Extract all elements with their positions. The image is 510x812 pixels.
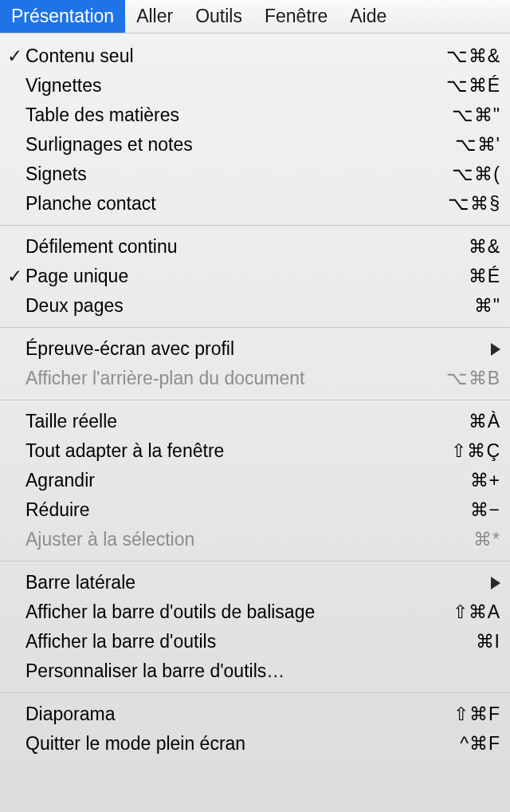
menu-item-label: Réduire: [22, 499, 461, 521]
menubar-label: Aller: [136, 6, 173, 27]
menu-item-reduire[interactable]: Réduire⌘−: [0, 495, 510, 525]
menubar-item-outils[interactable]: Outils: [184, 0, 253, 33]
menu-item-shortcut: ⇧⌘A: [443, 601, 500, 623]
menu-item-barre-laterale[interactable]: Barre latérale: [0, 568, 510, 597]
menubar: Présentation Aller Outils Fenêtre Aide: [0, 0, 510, 34]
menu-item-page-unique[interactable]: ✓Page unique⌘É: [0, 262, 510, 291]
menu-item-label: Tout adapter à la fenêtre: [22, 440, 441, 462]
menu-item-contenu-seul[interactable]: ✓Contenu seul⌥⌘&: [0, 41, 510, 71]
menu-item-shortcut: ⌘+: [461, 470, 500, 491]
menu-item-ajuster-a-la-selection: Ajuster à la sélection⌘*: [0, 525, 510, 554]
menu-item-shortcut: ⌥⌘(: [442, 164, 500, 185]
menu-item-label: Afficher la barre d'outils: [22, 631, 466, 652]
menu-item-shortcut: ⌥⌘B: [437, 368, 500, 389]
menu-separator: [0, 327, 510, 328]
menu-item-label: Agrandir: [22, 470, 461, 491]
menu-separator: [0, 225, 510, 226]
menu-item-label: Défilement continu: [22, 236, 459, 258]
menu-item-diaporama[interactable]: Diaporama⇧⌘F: [0, 700, 510, 729]
menu-item-tout-adapter-a-la-fenetre[interactable]: Tout adapter à la fenêtre⇧⌘Ç: [0, 436, 510, 466]
menubar-label: Présentation: [11, 6, 114, 27]
menu-item-shortcut: ^⌘F: [450, 733, 500, 755]
menu-item-afficher-la-barre-d-outils[interactable]: Afficher la barre d'outils⌘I: [0, 627, 510, 656]
checkmark-icon: ✓: [6, 266, 22, 287]
menubar-item-fenetre[interactable]: Fenêtre: [253, 0, 339, 33]
menu-item-label: Table des matières: [22, 104, 442, 126]
menu-item-defilement-continu[interactable]: Défilement continu⌘&: [0, 232, 510, 262]
menu-item-shortcut: ⌘&: [459, 236, 500, 258]
menu-item-signets[interactable]: Signets⌥⌘(: [0, 160, 510, 189]
menu-separator: [0, 692, 510, 693]
menu-item-agrandir[interactable]: Agrandir⌘+: [0, 466, 510, 495]
menu-separator: [0, 400, 510, 400]
menu-item-shortcut: ⌘À: [459, 411, 500, 432]
menu-item-label: Personnaliser la barre d'outils…: [22, 660, 500, 682]
menu-item-surlignages-et-notes[interactable]: Surlignages et notes⌥⌘': [0, 130, 510, 160]
menu-item-shortcut: ⌘": [465, 295, 500, 317]
menu-item-shortcut: ⌥⌘': [445, 134, 500, 156]
chevron-right-icon: [491, 343, 500, 356]
menu-item-label: Barre latérale: [22, 572, 491, 593]
menu-item-table-des-matieres[interactable]: Table des matières⌥⌘": [0, 101, 510, 130]
menu-separator: [0, 561, 510, 562]
menu-item-shortcut: ⌘−: [461, 499, 500, 521]
dropdown-menu: ✓Contenu seul⌥⌘&Vignettes⌥⌘ÉTable des ma…: [0, 34, 510, 760]
menu-item-shortcut: ⌘I: [466, 631, 500, 652]
menu-item-shortcut: ⇧⌘Ç: [441, 440, 500, 462]
menu-item-afficher-la-barre-d-outils-de-balisage[interactable]: Afficher la barre d'outils de balisage⇧⌘…: [0, 597, 510, 627]
menu-item-label: Deux pages: [22, 295, 465, 317]
menu-item-label: Taille réelle: [22, 411, 459, 432]
menu-item-label: Diaporama: [22, 704, 444, 725]
menubar-label: Aide: [350, 6, 386, 27]
menu-item-shortcut: ⌘É: [459, 266, 500, 287]
menu-item-vignettes[interactable]: Vignettes⌥⌘É: [0, 71, 510, 101]
menu-item-personnaliser-la-barre-d-outils[interactable]: Personnaliser la barre d'outils…: [0, 656, 510, 686]
menu-item-label: Vignettes: [22, 75, 437, 97]
menu-item-quitter-le-mode-plein-ecran[interactable]: Quitter le mode plein écran^⌘F: [0, 729, 510, 759]
menu-item-planche-contact[interactable]: Planche contact⌥⌘§: [0, 189, 510, 219]
menu-item-label: Ajuster à la sélection: [22, 529, 464, 550]
menu-item-shortcut: ⇧⌘F: [444, 704, 500, 725]
menu-item-shortcut: ⌥⌘": [442, 104, 500, 126]
menubar-label: Outils: [195, 6, 242, 27]
checkmark-icon: ✓: [6, 45, 22, 67]
menu-item-shortcut: ⌥⌘É: [437, 75, 500, 97]
menu-item-label: Quitter le mode plein écran: [22, 733, 450, 755]
menu-item-label: Épreuve-écran avec profil: [22, 338, 491, 360]
menubar-item-aller[interactable]: Aller: [125, 0, 184, 33]
menu-item-epreuve-ecran-avec-profil[interactable]: Épreuve-écran avec profil: [0, 334, 510, 364]
menu-item-label: Planche contact: [22, 193, 438, 215]
chevron-right-icon: [491, 577, 500, 589]
menu-item-shortcut: ⌥⌘&: [437, 45, 500, 67]
menu-item-label: Signets: [22, 164, 442, 185]
menu-item-label: Contenu seul: [22, 45, 437, 67]
menu-item-label: Afficher l'arrière-plan du document: [22, 368, 437, 389]
menubar-label: Fenêtre: [265, 6, 328, 27]
menu-item-label: Page unique: [22, 266, 459, 287]
menu-item-label: Surlignages et notes: [22, 134, 445, 156]
menubar-item-presentation[interactable]: Présentation: [0, 0, 125, 33]
menu-item-taille-reelle[interactable]: Taille réelle⌘À: [0, 407, 510, 436]
menu-item-shortcut: ⌘*: [464, 529, 500, 550]
menu-item-label: Afficher la barre d'outils de balisage: [22, 601, 443, 623]
menu-item-shortcut: ⌥⌘§: [438, 193, 500, 215]
menu-item-afficher-l-arriere-plan-du-document: Afficher l'arrière-plan du document⌥⌘B: [0, 364, 510, 393]
menubar-item-aide[interactable]: Aide: [339, 0, 398, 33]
menu-item-deux-pages[interactable]: Deux pages⌘": [0, 291, 510, 321]
